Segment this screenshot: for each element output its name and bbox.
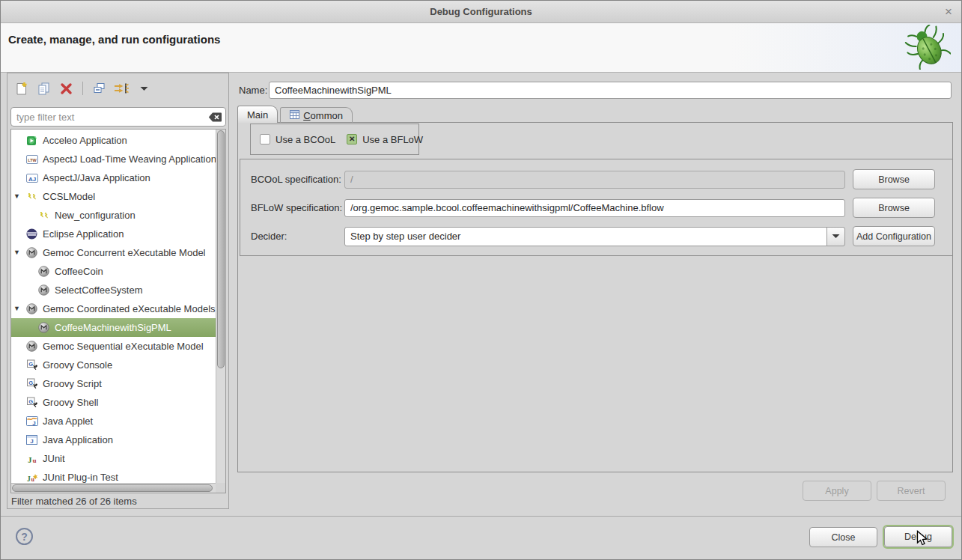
name-input[interactable] — [269, 82, 952, 99]
tree-item[interactable]: ▼Gemoc Concurrent eXecutable Model — [11, 243, 216, 262]
browse-button[interactable]: Browse — [853, 198, 935, 218]
dialog-header-title: Create, manage, and run configurations — [8, 33, 220, 46]
tree-item[interactable]: Eclipse Application — [11, 225, 216, 243]
configuration-detail-panel: Name: MainCommon Use a BCOoL✕Use a BFLoW… — [235, 73, 957, 509]
window-close-icon[interactable]: × — [945, 1, 952, 22]
ccsl-icon — [26, 192, 40, 202]
tree-item-label: JUnit Plug-in Test — [43, 472, 118, 483]
svg-text:J: J — [27, 475, 31, 483]
gemoc-icon — [26, 341, 40, 352]
tree-item-label: Acceleo Application — [43, 135, 127, 146]
tree-item-label: Groovy Shell — [43, 397, 98, 408]
tree-item-label: JUnit — [43, 453, 65, 464]
expander-arrow-icon[interactable]: ▼ — [13, 249, 20, 256]
checkbox-option: ✕Use a BFLoW — [347, 134, 423, 145]
mouse-cursor — [916, 530, 930, 550]
tree-item[interactable]: SelectCoffeeSystem — [11, 281, 216, 299]
name-label: Name: — [239, 85, 267, 96]
tree-item-label: CoffeeMachinewithSigPML — [55, 322, 171, 333]
field-row: BFLoW specification:Browse — [251, 198, 935, 218]
tab-main[interactable]: Main — [237, 106, 278, 123]
gemoc-icon — [38, 266, 52, 277]
expander-arrow-icon[interactable]: ▼ — [13, 193, 20, 200]
combo-dropdown-icon[interactable] — [826, 227, 845, 246]
tree-item-label: CoffeeCoin — [55, 266, 103, 277]
tree-item[interactable]: Gemoc Sequential eXecutable Model — [11, 337, 216, 356]
footer-separator — [1, 516, 961, 517]
specification-input[interactable] — [344, 199, 845, 217]
configurations-panel: Acceleo ApplicationLTWAspectJ Load-Time … — [7, 73, 229, 509]
tree-item-label: Gemoc Sequential eXecutable Model — [43, 341, 204, 352]
collapse-all-icon[interactable] — [90, 79, 109, 98]
tab-common[interactable]: Common — [280, 107, 353, 123]
tree-item[interactable]: Acceleo Application — [11, 131, 216, 150]
specification-input[interactable] — [344, 171, 845, 189]
gemoc-icon — [26, 303, 40, 314]
window-title: Debug Configurations — [1, 1, 961, 23]
aspectj-java-icon: AJ — [26, 173, 40, 183]
delete-configuration-icon[interactable] — [57, 79, 76, 98]
scrollbar-thumb[interactable] — [12, 484, 213, 492]
tree-item[interactable]: ▼Gemoc Coordinated eXecutable Models — [11, 299, 216, 318]
field-label: BFLoW specification: — [251, 202, 344, 213]
decider-combo-input[interactable] — [344, 227, 827, 246]
revert-button[interactable]: Revert — [877, 481, 946, 501]
browse-button[interactable]: Browse — [853, 169, 935, 189]
tree-item-label: Gemoc Concurrent eXecutable Model — [43, 247, 206, 258]
tree-item[interactable]: JJava Application — [11, 430, 216, 449]
toolbar-separator — [82, 82, 83, 95]
svg-text:u: u — [33, 456, 37, 463]
clear-filter-icon[interactable] — [208, 112, 222, 126]
filter-input[interactable] — [10, 107, 226, 127]
close-button[interactable]: Close — [809, 527, 877, 547]
tree-item-label: AspectJ Load-Time Weaving Application — [43, 153, 216, 165]
tree-item[interactable]: JJava Applet — [11, 412, 216, 430]
checkbox-label: Use a BCOoL — [275, 134, 335, 145]
tree-item[interactable]: CoffeeMachinewithSigPML — [11, 318, 216, 337]
help-button[interactable]: ? — [16, 528, 33, 545]
add-configuration-button[interactable]: Add Configuration — [853, 226, 935, 246]
svg-text:J: J — [30, 438, 33, 445]
tree-item[interactable]: GGroovy Shell — [11, 393, 216, 412]
tree-item[interactable]: AJAspectJ/Java Application — [11, 168, 216, 187]
checked-checkbox[interactable]: ✕ — [347, 134, 357, 144]
tree-item-label: Eclipse Application — [43, 228, 124, 240]
tree-item[interactable]: CoffeeCoin — [11, 262, 216, 281]
filter-launch-configurations-icon[interactable] — [112, 79, 131, 98]
scrollbar-thumb[interactable] — [217, 130, 225, 368]
tree-item-label: New_configuration — [55, 210, 136, 221]
apply-button[interactable]: Apply — [803, 481, 871, 501]
tree-item-label: Java Application — [43, 434, 113, 445]
tree-horizontal-scrollbar[interactable] — [11, 483, 216, 493]
eclipse-icon — [26, 228, 40, 240]
common-tab-icon — [290, 110, 299, 121]
tree-item[interactable]: ▼CCSLModel — [11, 187, 216, 206]
debug-bug-icon — [904, 25, 951, 73]
tree-item-label: Gemoc Coordinated eXecutable Models — [43, 303, 216, 314]
svg-text:G: G — [28, 380, 33, 386]
duplicate-configuration-icon[interactable] — [34, 79, 53, 98]
tree-vertical-scrollbar[interactable] — [216, 130, 225, 483]
java-app-icon: J — [26, 435, 40, 445]
tree-item[interactable]: LTWAspectJ Load-Time Weaving Application — [11, 150, 216, 168]
titlebar: Debug Configurations × — [1, 1, 961, 23]
config-tree: Acceleo ApplicationLTWAspectJ Load-Time … — [10, 129, 226, 493]
tree-item[interactable]: GGroovy Console — [11, 356, 216, 374]
tree-item[interactable]: New_configuration — [11, 206, 216, 225]
specification-group: BCOoL specification:BrowseBFLoW specific… — [240, 159, 953, 256]
junit-icon: Ju — [26, 454, 40, 464]
tab-label: Main — [247, 109, 268, 121]
gemoc-icon — [38, 284, 52, 296]
expander-arrow-icon[interactable]: ▼ — [13, 305, 20, 312]
debug-configurations-dialog: Debug Configurations × Create, manage, a… — [0, 0, 962, 560]
acceleo-icon — [26, 135, 40, 146]
gemoc-icon — [26, 247, 40, 258]
tree-item[interactable]: GGroovy Script — [11, 374, 216, 393]
decider-combo — [344, 227, 845, 246]
tab-bar: MainCommon — [237, 106, 355, 123]
menu-dropdown-icon[interactable] — [135, 79, 153, 98]
tree-item[interactable]: JuJUnit — [11, 449, 216, 468]
new-configuration-icon[interactable] — [12, 79, 31, 98]
junit-plugin-icon: Ju — [26, 472, 40, 483]
unchecked-checkbox[interactable] — [260, 134, 270, 144]
